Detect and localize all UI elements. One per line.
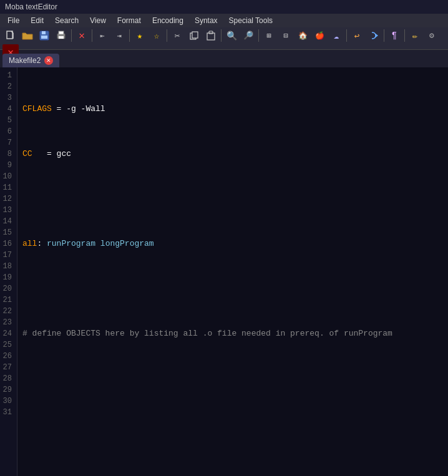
- menu-encoding[interactable]: Encoding: [147, 14, 188, 27]
- toolbar: ✕ ⇤ ⇥ ★ ☆ ✂ 🔍 🔎 ⊞ ⊟ 🏠 🍎 ☁ ↩ ¶ ✏ ⚙ ✕: [0, 27, 448, 50]
- code-line-2: CC = gcc: [22, 148, 443, 160]
- redo-button[interactable]: [366, 27, 382, 44]
- toolbar-sep-2: [92, 29, 92, 42]
- menu-search[interactable]: Search: [50, 14, 84, 27]
- toolbar-sep-3: [129, 29, 130, 42]
- line-numbers: 1 2 3 4 5 6 7 8 9 10 11 12 13 14 15 16 1…: [0, 67, 17, 476]
- code-line-1: CFLAGS = -g -Wall: [22, 104, 443, 115]
- svg-rect-0: [7, 31, 12, 39]
- code-line-9: [22, 463, 443, 474]
- copy-button[interactable]: [186, 27, 202, 44]
- bookmark-button[interactable]: ★: [132, 27, 148, 44]
- toolbar-sep-7: [346, 29, 347, 42]
- icon-btn-3[interactable]: 🏠: [295, 27, 311, 44]
- tab-close-button[interactable]: ✕: [44, 56, 53, 65]
- svg-rect-6: [59, 36, 64, 39]
- indent-right-button[interactable]: ⇥: [111, 27, 127, 44]
- svg-rect-8: [192, 32, 198, 38]
- settings-button[interactable]: ⚙: [424, 27, 440, 44]
- code-line-8: [22, 418, 443, 429]
- paragraph-button[interactable]: ¶: [386, 27, 402, 44]
- menu-edit[interactable]: Edit: [26, 14, 49, 27]
- icon-btn-4[interactable]: 🍎: [311, 27, 328, 44]
- editor[interactable]: 1 2 3 4 5 6 7 8 9 10 11 12 13 14 15 16 1…: [0, 67, 448, 476]
- app-title: Moba textEditor: [5, 2, 57, 11]
- code-line-7: [22, 373, 443, 384]
- menu-format[interactable]: Format: [112, 14, 146, 27]
- menu-syntax[interactable]: Syntax: [190, 14, 223, 27]
- code-line-5: [22, 283, 443, 294]
- cut-button[interactable]: ✂: [169, 27, 185, 44]
- menu-view[interactable]: View: [85, 14, 111, 27]
- icon-btn-5[interactable]: ☁: [328, 27, 344, 44]
- svg-rect-2: [42, 31, 46, 34]
- menu-bar: File Edit Search View Format Encoding Sy…: [0, 14, 448, 27]
- code-line-6: # define OBJECTS here by listing all .o …: [22, 328, 443, 339]
- menu-special-tools[interactable]: Special Tools: [224, 14, 278, 27]
- replace-button[interactable]: 🔎: [240, 27, 256, 44]
- icon-btn-2[interactable]: ⊟: [278, 27, 294, 44]
- tab-makefile2[interactable]: Makefile2 ✕: [2, 54, 59, 67]
- new-button[interactable]: [2, 27, 19, 44]
- svg-rect-3: [41, 36, 47, 39]
- search-button[interactable]: 🔍: [223, 27, 240, 44]
- toolbar-sep-1: [71, 29, 72, 42]
- svg-marker-11: [376, 34, 378, 37]
- tab-bar: Makefile2 ✕: [0, 50, 448, 67]
- indent-left-button[interactable]: ⇤: [94, 27, 110, 44]
- print-button[interactable]: [53, 27, 69, 44]
- undo-button[interactable]: ↩: [349, 27, 365, 44]
- toolbar-sep-5: [221, 29, 222, 42]
- toolbar-sep-4: [167, 29, 167, 42]
- svg-rect-10: [209, 31, 213, 34]
- save-button[interactable]: [36, 27, 52, 44]
- edit-button[interactable]: ✏: [407, 27, 423, 44]
- code-line-3: [22, 193, 443, 205]
- menu-file[interactable]: File: [2, 14, 24, 27]
- bookmark2-button[interactable]: ☆: [149, 27, 165, 44]
- svg-rect-5: [59, 31, 64, 34]
- open-button[interactable]: [19, 27, 36, 44]
- toolbar-sep-8: [384, 29, 384, 42]
- code-content[interactable]: CFLAGS = -g -Wall CC = gcc all: runProgr…: [17, 67, 448, 476]
- svg-rect-9: [207, 33, 215, 40]
- title-bar: Moba textEditor: [0, 0, 448, 14]
- close-file-button[interactable]: ✕: [74, 27, 90, 44]
- code-line-4: all: runProgram longProgram: [22, 238, 443, 250]
- toolbar-sep-6: [258, 29, 259, 42]
- toolbar-sep-9: [404, 29, 405, 42]
- tab-label: Makefile2: [9, 56, 41, 65]
- icon-btn-1[interactable]: ⊞: [261, 27, 277, 44]
- paste-button[interactable]: [203, 27, 219, 44]
